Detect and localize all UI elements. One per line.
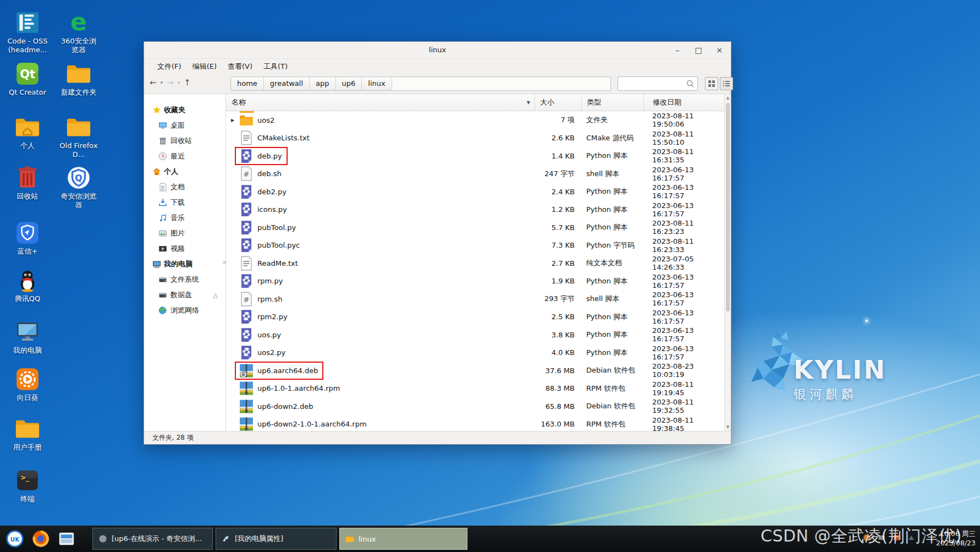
taskbar-file-manager-button[interactable] (56, 528, 78, 550)
sidebar-section-my-computer[interactable]: 我的电脑 (144, 256, 225, 272)
desktop-icon-360-browser[interactable]: e360安全浏览器 (55, 10, 102, 55)
file-row[interactable]: uos2.py4.0 KBPython 脚本2023-06-13 16:17:5… (226, 344, 724, 362)
taskbar-firefox-button[interactable] (30, 528, 52, 550)
forward-button[interactable]: → (167, 78, 174, 88)
file-name-cell: up6-down2-1.0-1.aarch64.rpm (236, 417, 367, 431)
desktop-icon-sunflower[interactable]: 向日葵 (4, 367, 51, 402)
close-button[interactable]: × (709, 42, 730, 58)
desktop-icon-personal[interactable]: 个人 (4, 114, 51, 150)
desktop-icon-code-oss[interactable]: Code - OSS (headme... (4, 10, 51, 55)
column-header-name[interactable]: 名称 ▼ (226, 94, 535, 111)
file-row[interactable]: up6-1.0-1.aarch64.rpm88.3 MBRPM 软件包2023-… (226, 380, 724, 398)
desktop-icon-qianxin-browser[interactable]: Q奇安信浏览器 (55, 165, 102, 210)
file-row[interactable]: up6-down2.deb65.8 MBDebian 软件包2023-08-11… (226, 397, 724, 416)
sidebar-item-network[interactable]: 浏览网络 (144, 303, 225, 318)
breadcrumb-home[interactable]: home (231, 77, 264, 90)
back-button[interactable]: ← (150, 78, 157, 88)
desktop-icon-label: 向日葵 (17, 393, 38, 402)
forward-history-dropdown-icon[interactable]: ▾ (178, 80, 180, 85)
file-modified: 2023-08-11 19:32:55 (643, 398, 724, 414)
breadcrumb-linux[interactable]: linux (362, 77, 392, 90)
eject-icon[interactable]: △ (213, 292, 218, 299)
file-name-cell: ReadMe.txt (236, 256, 298, 271)
clock-icon (158, 152, 167, 161)
menu-edit[interactable]: 编辑(E) (187, 60, 222, 73)
window-titlebar[interactable]: linux – □ × (144, 42, 731, 59)
desktop-icon-old-firefox[interactable]: Old Firefox D... (55, 114, 102, 160)
splitter-grip[interactable]: ≡ (222, 259, 227, 265)
menu-file[interactable]: 文件(F) (152, 60, 187, 73)
window-title: linux (144, 42, 731, 58)
file-size: 7 项 (535, 115, 581, 125)
sidebar-item-downloads[interactable]: 下载 (144, 195, 225, 210)
sidebar-section-favorites[interactable]: 收藏夹 (144, 102, 225, 118)
file-row[interactable]: #deb.sh247 字节shell 脚本2023-06-13 16:17:57 (226, 165, 724, 183)
file-modified: 2023-08-11 19:50:06 (643, 112, 724, 128)
desktop-icon-terminal[interactable]: >_终端 (4, 468, 51, 504)
scroll-down-icon[interactable]: ▼ (725, 424, 731, 430)
qt-creator-icon: Qt (15, 61, 40, 86)
file-size: 247 字节 (535, 169, 581, 179)
file-row[interactable]: ▶uos27 项文件夹2023-08-11 19:50:06 (226, 111, 724, 129)
file-name: CMakeLists.txt (257, 134, 310, 142)
sidebar-item-desktop[interactable]: 桌面 (144, 118, 225, 133)
sidebar-item-data-disk[interactable]: 数据盘△ (144, 287, 225, 303)
menu-view[interactable]: 查看(V) (222, 60, 258, 73)
vertical-scrollbar[interactable]: ▲ ▼ (724, 94, 731, 431)
taskbar-start-button[interactable]: UK (4, 528, 26, 550)
desktop-icon-tencent-qq[interactable]: 腾讯QQ (4, 267, 51, 303)
file-row[interactable]: rpm.py1.9 KBPython 脚本2023-06-13 16:17:57 (226, 272, 724, 291)
task-button-browser-demo[interactable]: [up6-在线演示 - 奇安信浏... (92, 528, 213, 550)
file-modified: 2023-08-11 16:31:35 (643, 147, 724, 164)
desktop-icon-recycle-bin[interactable]: 回收站 (4, 165, 51, 201)
icon-view-button[interactable] (705, 77, 718, 90)
sidebar-item-recent[interactable]: 最近 (144, 149, 225, 164)
file-row[interactable]: deb2.py2.4 KBPython 脚本2023-06-13 16:17:5… (226, 183, 724, 201)
sidebar-section-personal[interactable]: 个人 (144, 164, 225, 179)
file-row[interactable]: #rpm.sh293 字节shell 脚本2023-06-13 16:17:57 (226, 290, 724, 308)
column-header-modified[interactable]: 修改日期 (643, 94, 724, 111)
desktop-icon-lanxin[interactable]: 蓝信+ (4, 220, 51, 256)
desktop-icon-label: 腾讯QQ (15, 294, 40, 303)
file-modified: 2023-06-13 16:17:57 (643, 166, 724, 182)
file-row[interactable]: ReadMe.txt2.7 KB纯文本文档2023-07-05 14:26:33 (226, 254, 724, 272)
maximize-button[interactable]: □ (688, 42, 709, 58)
scrollbar-thumb[interactable] (726, 103, 730, 311)
sort-desc-icon: ▼ (527, 100, 530, 105)
file-row[interactable]: pubTool.py5.7 KBPython 脚本2023-08-11 16:2… (226, 218, 724, 237)
column-header-size[interactable]: 大小 (535, 94, 581, 111)
sidebar-item-music[interactable]: 音乐 (144, 210, 225, 226)
column-header-type[interactable]: 类型 (581, 94, 643, 111)
up-button[interactable]: ↑ (184, 78, 191, 88)
file-row[interactable]: deb.py1.4 KBPython 脚本2023-08-11 16:31:35 (226, 147, 724, 165)
file-modified: 2023-06-13 16:17:57 (643, 273, 724, 289)
sidebar-item-pictures[interactable]: 图片 (144, 226, 225, 241)
file-row[interactable]: up6-down2-1.0-1.aarch64.rpm163.0 MBRPM 软… (226, 416, 724, 431)
file-row[interactable]: pubTool.pyc7.3 KBPython 字节码2023-08-11 16… (226, 237, 724, 255)
breadcrumb-up6[interactable]: up6 (336, 77, 362, 90)
expander-icon[interactable]: ▶ (229, 118, 236, 123)
file-row[interactable]: icons.py1.2 KBPython 脚本2023-06-13 16:17:… (226, 201, 724, 219)
file-row[interactable]: uos.py3.8 KBPython 脚本2023-06-13 16:17:57 (226, 326, 724, 344)
minimize-button[interactable]: – (667, 42, 688, 58)
task-button-computer-properties[interactable]: [我的电脑属性] (216, 528, 337, 550)
file-size: 37.6 MB (535, 367, 581, 375)
file-row[interactable]: rpm2.py2.5 KBPython 脚本2023-06-13 16:17:5… (226, 308, 724, 326)
sidebar-item-documents[interactable]: 文档 (144, 179, 225, 195)
desktop-icon-my-computer[interactable]: 我的电脑 (4, 319, 51, 355)
scroll-up-icon[interactable]: ▲ (725, 95, 731, 101)
file-row[interactable]: CMakeLists.txt2.6 KBCMake 源代码2023-08-11 … (226, 129, 724, 147)
sidebar-item-videos[interactable]: 视频 (144, 241, 225, 256)
sidebar-item-recycle-bin[interactable]: 回收站 (144, 133, 225, 149)
desktop-icon-user-manual[interactable]: 用户手册 (4, 416, 51, 452)
back-history-dropdown-icon[interactable]: ▾ (161, 80, 163, 85)
list-view-button[interactable] (720, 77, 733, 90)
desktop-icon-qt-creator[interactable]: QtQt Creator (4, 61, 51, 97)
breadcrumb-greatwall[interactable]: greatwall (264, 77, 310, 90)
sidebar-item-filesystem[interactable]: 文件系统 (144, 272, 225, 287)
desktop-icon-new-folder[interactable]: 新建文件夹 (55, 61, 102, 97)
breadcrumb-app[interactable]: app (310, 77, 335, 90)
menu-tools[interactable]: 工具(T) (258, 60, 293, 73)
file-row[interactable]: up6.aarch64.deb37.6 MBDebian 软件包2023-08-… (226, 362, 724, 380)
task-button-linux-folder[interactable]: linux (339, 528, 467, 550)
